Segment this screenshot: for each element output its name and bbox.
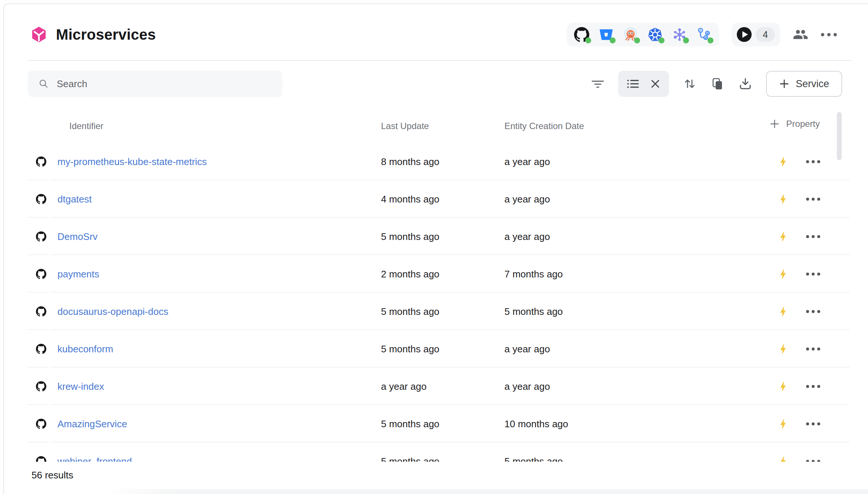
- run-play-button[interactable]: [737, 27, 752, 42]
- github-icon: [36, 194, 46, 204]
- creation-date-value: a year ago: [504, 231, 550, 242]
- entity-identifier-link[interactable]: AmazingService: [57, 418, 127, 429]
- clear-view-button[interactable]: [650, 78, 661, 89]
- entity-identifier-link[interactable]: kubeconform: [57, 343, 113, 355]
- actions-lightning-button[interactable]: [777, 456, 788, 462]
- row-more-button[interactable]: [806, 235, 820, 238]
- page-more-button[interactable]: [821, 33, 837, 36]
- actions-lightning-button[interactable]: [777, 156, 788, 167]
- github-icon: [36, 456, 46, 462]
- sort-icon: [683, 77, 697, 91]
- table-header: Identifier Last Update Entity Creation D…: [28, 111, 849, 143]
- column-header-identifier[interactable]: Identifier: [69, 121, 103, 131]
- entity-identifier-link[interactable]: payments: [57, 268, 99, 280]
- row-more-button[interactable]: [806, 460, 820, 462]
- last-update-value: 5 months ago: [381, 455, 440, 462]
- vertical-scrollbar-thumb[interactable]: [837, 112, 842, 160]
- github-icon: [36, 419, 46, 429]
- lightning-icon: [777, 306, 788, 317]
- table-row: docusaurus-openapi-docs 5 months ago 5 m…: [28, 293, 849, 330]
- github-icon: [36, 381, 46, 392]
- last-update-value: 5 months ago: [381, 418, 440, 429]
- status-dot: [634, 37, 640, 43]
- status-dot: [585, 37, 591, 43]
- last-update-value: 8 months ago: [381, 156, 440, 167]
- blueprint-cube-icon: [30, 26, 47, 43]
- workflow-integration-icon[interactable]: [696, 27, 712, 42]
- add-property-button[interactable]: Property: [769, 119, 820, 129]
- cluster-graph-integration-icon[interactable]: [672, 27, 687, 42]
- row-more-button[interactable]: [806, 273, 820, 276]
- row-more-button[interactable]: [806, 422, 820, 425]
- page-title: Microservices: [56, 26, 156, 43]
- actions-lightning-button[interactable]: [777, 306, 788, 317]
- bitbucket-integration-icon[interactable]: [599, 27, 614, 42]
- table-row: my-prometheus-kube-state-metrics 8 month…: [28, 143, 849, 180]
- github-icon: [36, 344, 46, 354]
- entity-identifier-link[interactable]: webiner_frontend: [57, 455, 132, 462]
- status-dot: [683, 37, 689, 43]
- row-more-button[interactable]: [806, 310, 820, 313]
- plus-icon: [769, 119, 780, 129]
- actions-lightning-button[interactable]: [777, 381, 788, 392]
- last-update-value: 2 months ago: [381, 268, 440, 280]
- actions-lightning-button[interactable]: [777, 418, 788, 429]
- integrations-status-group: [567, 23, 719, 46]
- creation-date-value: 10 months ago: [504, 418, 568, 429]
- github-icon: [36, 157, 46, 167]
- results-count: 56 results: [32, 470, 73, 481]
- actions-lightning-button[interactable]: [777, 231, 788, 242]
- table-row: krew-index a year ago a year ago: [28, 368, 849, 405]
- header-divider: [28, 60, 851, 61]
- sort-button[interactable]: [683, 77, 697, 91]
- entity-identifier-link[interactable]: my-prometheus-kube-state-metrics: [57, 156, 207, 167]
- list-icon: [626, 77, 640, 90]
- members-button[interactable]: [793, 27, 808, 42]
- creation-date-value: 5 months ago: [504, 455, 563, 462]
- title-group: Microservices: [30, 26, 156, 43]
- row-more-button[interactable]: [806, 198, 820, 201]
- table-row: payments 2 months ago 7 months ago: [28, 255, 849, 293]
- runs-count-badge[interactable]: 4: [756, 27, 775, 42]
- kubernetes-integration-icon[interactable]: [647, 27, 663, 42]
- filter-icon: [591, 77, 604, 90]
- status-dot: [659, 37, 665, 43]
- actions-lightning-button[interactable]: [777, 269, 788, 280]
- list-view-button[interactable]: [626, 77, 640, 90]
- entity-identifier-link[interactable]: dtgatest: [57, 193, 92, 205]
- search-input[interactable]: [57, 78, 264, 90]
- github-integration-icon[interactable]: [574, 27, 589, 42]
- search-box[interactable]: [28, 70, 282, 97]
- play-icon: [742, 31, 748, 38]
- horizontal-scrollbar[interactable]: [106, 489, 868, 494]
- entity-identifier-link[interactable]: docusaurus-openapi-docs: [57, 306, 168, 317]
- page-header: Microservices: [30, 22, 837, 47]
- table-row: dtgatest 4 months ago a year ago: [28, 180, 849, 218]
- entities-table: Identifier Last Update Entity Creation D…: [28, 111, 849, 462]
- add-service-button[interactable]: Service: [766, 71, 842, 97]
- last-update-value: 5 months ago: [381, 231, 440, 242]
- toolbar-actions: Service: [591, 71, 842, 97]
- argocd-integration-icon[interactable]: [623, 27, 638, 42]
- column-header-creation-date[interactable]: Entity Creation Date: [504, 121, 584, 131]
- copy-button[interactable]: [710, 77, 725, 91]
- row-more-button[interactable]: [806, 348, 820, 350]
- table-row: AmazingService 5 months ago 10 months ag…: [28, 405, 849, 442]
- entity-identifier-link[interactable]: DemoSrv: [57, 231, 97, 242]
- actions-lightning-button[interactable]: [777, 343, 788, 355]
- lightning-icon: [777, 381, 788, 392]
- actions-lightning-button[interactable]: [777, 194, 788, 205]
- close-icon: [650, 78, 661, 89]
- row-more-button[interactable]: [806, 385, 820, 388]
- column-header-last-update[interactable]: Last Update: [381, 121, 429, 131]
- github-icon: [36, 306, 46, 317]
- entity-identifier-link[interactable]: krew-index: [57, 381, 104, 392]
- add-service-label: Service: [796, 78, 829, 90]
- creation-date-value: a year ago: [504, 156, 550, 167]
- export-button[interactable]: [738, 77, 752, 91]
- filter-button[interactable]: [591, 77, 604, 90]
- creation-date-value: 7 months ago: [504, 268, 563, 280]
- last-update-value: a year ago: [381, 381, 427, 392]
- row-more-button[interactable]: [806, 160, 820, 163]
- table-row: webiner_frontend 5 months ago 5 months a…: [28, 442, 849, 462]
